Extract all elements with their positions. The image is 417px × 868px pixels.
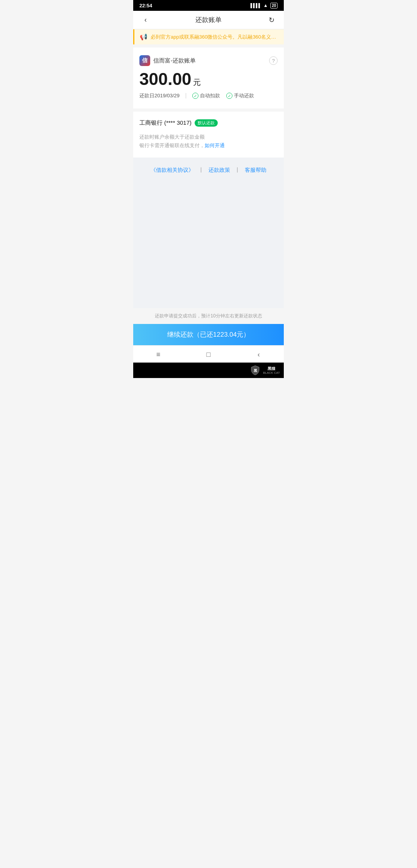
separator-2: 丨 [235, 167, 240, 174]
vertical-divider [186, 93, 186, 98]
provider-logo-icon: 信 [139, 55, 150, 66]
refresh-button[interactable]: ↻ [265, 14, 278, 26]
repay-amount: 300.00 [139, 71, 192, 88]
default-badge: 默认还款 [195, 119, 218, 127]
watermark-brand: 黑猫 [263, 366, 280, 371]
shield-icon: 黑 [250, 365, 261, 376]
empty-content-area [133, 177, 284, 308]
notice-text: 必到官方app或联系融360微信公众号。凡以融360名义催收的... [151, 34, 278, 41]
megaphone-icon: 📢 [140, 33, 147, 41]
manual-repay-check-icon: ✓ [226, 93, 232, 99]
nav-menu-button[interactable]: ≡ [151, 349, 166, 360]
date-options-row: 还款日2019/03/29 ✓ 自动扣款 ✓ 手动还款 [139, 92, 278, 99]
loan-agreement-link[interactable]: 《借款相关协议》 [151, 167, 194, 174]
wifi-icon: ▲ [263, 3, 268, 8]
status-bar: 22:54 ▌▌▌▌ ▲ 20 [133, 0, 284, 11]
signal-icon: ▌▌▌▌ [251, 3, 261, 8]
auto-deduct-check-icon: ✓ [192, 93, 198, 99]
how-to-activate-link[interactable]: 如何开通 [205, 142, 225, 148]
status-time: 22:54 [139, 3, 152, 8]
separator-1: 丨 [198, 167, 204, 174]
bank-name: 工商银行 (**** 3017) [139, 119, 192, 127]
nav-back-button[interactable]: ‹ [251, 349, 266, 360]
provider-row: 信 信而富-还款账单 ? [139, 55, 278, 66]
repay-policy-link[interactable]: 还款政策 [208, 167, 230, 174]
amount-unit: 元 [193, 77, 201, 88]
bank-notice-line1: 还款时账户余额大于还款金额 [139, 133, 278, 141]
bottom-nav-bar: ≡ □ ‹ [133, 345, 284, 363]
provider-name: 信而富-还款账单 [153, 57, 196, 64]
continue-repay-button[interactable]: 继续还款（已还1223.04元） [133, 324, 284, 345]
watermark-sub: BLACK CAT [263, 371, 280, 375]
watermark-area: 黑 黑猫 BLACK CAT [133, 363, 284, 378]
back-button[interactable]: ‹ [139, 14, 152, 26]
bank-section: 工商银行 (**** 3017) 默认还款 还款时账户余额大于还款金额 银行卡需… [133, 112, 284, 158]
page-title: 还款账单 [195, 15, 222, 24]
bank-notice-line2: 银行卡需开通银联在线支付，如何开通 [139, 141, 278, 150]
nav-home-button[interactable]: □ [201, 349, 216, 360]
status-icons: ▌▌▌▌ ▲ 20 [251, 3, 278, 8]
links-section: 《借款相关协议》 丨 还款政策 丨 客服帮助 [133, 158, 284, 177]
loan-card: 信 信而富-还款账单 ? 300.00 元 还款日2019/03/29 ✓ 自动… [133, 47, 284, 108]
battery-icon: 20 [270, 3, 278, 8]
customer-service-link[interactable]: 客服帮助 [245, 167, 266, 174]
bank-row: 工商银行 (**** 3017) 默认还款 [139, 119, 278, 127]
nav-bar: ‹ 还款账单 ↻ [133, 11, 284, 29]
auto-deduct-option: ✓ 自动扣款 [192, 92, 220, 99]
svg-text:黑: 黑 [254, 369, 258, 373]
manual-repay-option: ✓ 手动还款 [226, 92, 254, 99]
bottom-status-notice: 还款申请提交成功后，预计10分钟左右更新还款状态 [133, 308, 284, 324]
amount-row: 300.00 元 [139, 71, 278, 88]
help-button[interactable]: ? [269, 56, 278, 65]
notice-banner: 📢 必到官方app或联系融360微信公众号。凡以融360名义催收的... [133, 29, 284, 44]
bank-notice: 还款时账户余额大于还款金额 银行卡需开通银联在线支付，如何开通 [139, 133, 278, 150]
repay-date: 还款日2019/03/29 [139, 92, 180, 99]
